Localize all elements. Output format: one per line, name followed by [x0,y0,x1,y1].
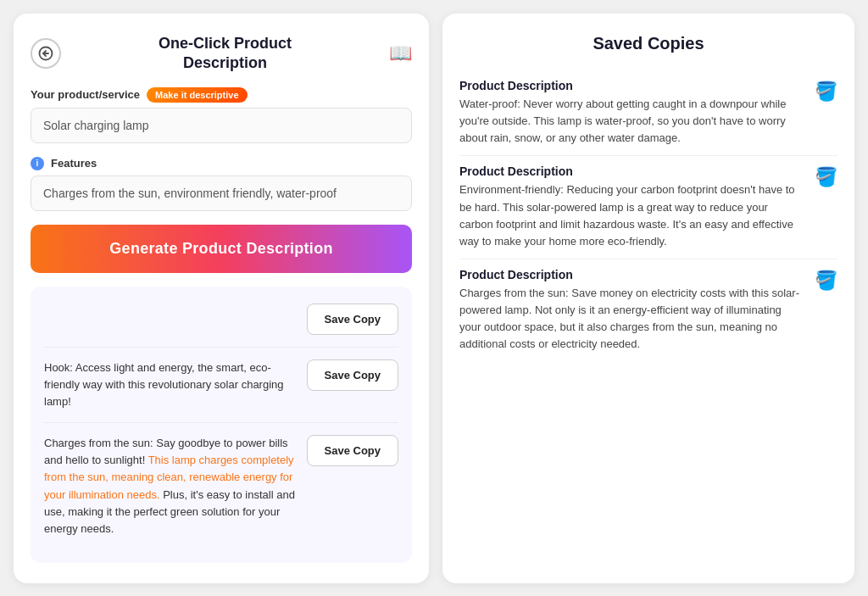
saved-copy-title: Product Description [459,164,804,178]
result-text-2: Charges from the sun: Say goodbye to pow… [44,435,297,538]
book-icon[interactable]: 📖 [389,42,412,64]
saved-copy-content: Product Description Charges from the sun… [459,268,804,354]
result-row-top: Save Copy [44,300,398,348]
save-copy-button-2[interactable]: Save Copy [307,435,398,466]
saved-copy-text: Water-proof: Never worry about getting c… [459,96,804,147]
saved-copy-text: Environment-friendly: Reducing your carb… [459,181,804,250]
saved-copy-content: Product Description Environment-friendly… [459,164,804,250]
trash-icon[interactable]: 🪣 [815,270,837,292]
features-field-group: i Features [31,157,412,211]
result-row-1: Hook: Access light and energy, the smart… [44,348,398,423]
saved-copy-text: Charges from the sun: Save money on elec… [459,285,804,354]
save-copy-button-1[interactable]: Save Copy [307,359,398,391]
result-row-2: Charges from the sun: Say goodbye to pow… [44,423,398,549]
make-descriptive-badge[interactable]: Make it descriptive [147,87,247,103]
saved-copies-list: Product Description Water-proof: Never w… [459,70,837,362]
features-input[interactable] [31,175,412,211]
header: One-Click Product Description 📖 [31,34,412,74]
product-field-group: Your product/service Make it descriptive [31,87,412,143]
left-panel: One-Click Product Description 📖 Your pro… [14,14,429,583]
saved-copy-title: Product Description [459,79,804,92]
saved-copy-item: Product Description Charges from the sun… [459,259,837,362]
info-icon: i [31,157,44,170]
page-title: One-Click Product Description [71,34,379,74]
result-text-1: Hook: Access light and energy, the smart… [44,359,297,410]
generate-button[interactable]: Generate Product Description [31,225,412,273]
right-panel: Saved Copies Product Description Water-p… [442,14,854,583]
product-input[interactable] [31,108,412,143]
saved-copies-title: Saved Copies [459,34,837,53]
saved-copy-content: Product Description Water-proof: Never w… [459,79,804,147]
back-button[interactable] [31,38,61,69]
trash-icon[interactable]: 🪣 [815,81,837,103]
save-copy-button-0[interactable]: Save Copy [307,304,398,335]
saved-copy-item: Product Description Water-proof: Never w… [459,70,837,156]
saved-copy-item: Product Description Environment-friendly… [459,156,837,259]
trash-icon[interactable]: 🪣 [815,166,837,188]
app-container: One-Click Product Description 📖 Your pro… [14,14,854,583]
results-area: Save Copy Hook: Access light and energy,… [31,287,412,563]
features-label: i Features [31,157,412,170]
saved-copy-title: Product Description [459,268,804,281]
product-label: Your product/service Make it descriptive [31,87,412,103]
